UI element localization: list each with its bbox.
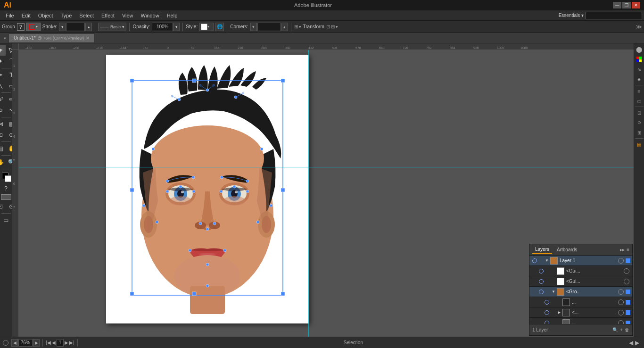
corners-input[interactable] [257,23,281,31]
pathfinder-panel-btn[interactable]: ⊞ [635,128,644,137]
screen-mode-btn[interactable]: ▭ [1,215,11,225]
magic-wand-tool[interactable]: ✦ [0,56,6,66]
layers-search-btn[interactable]: 🔍 [612,327,618,332]
layer-row-sub1[interactable]: ... [529,297,632,307]
zoom-decrement[interactable]: ◀ [11,339,18,347]
globe-icon[interactable]: 🌐 [215,23,224,31]
layer-arrow-layer1[interactable]: ▼ [545,257,549,264]
opacity-dropdown[interactable]: ▾ [173,23,180,31]
selection-tool[interactable] [0,45,6,56]
minimize-button[interactable]: — [613,2,621,8]
brush-dropdown[interactable]: ——Basic▾ [98,23,126,31]
snap-controls[interactable]: ⊞ ▾ [294,24,301,29]
layers-toggle-btn[interactable]: ▤ [635,140,644,149]
layer-target-sub1[interactable] [618,299,624,305]
transform-panel-btn[interactable]: ⊙ [635,118,644,127]
layer-visibility-gui1[interactable] [538,268,545,274]
appearance-panel-btn[interactable]: ▭ [635,97,644,105]
layer-row-gui2[interactable]: <Gui... [529,276,632,287]
transform-label[interactable]: Transform [303,24,324,29]
layer-row-group[interactable]: ▼ <Gro... [529,287,632,297]
layer-row-sub2[interactable]: ▶ <... [529,307,632,318]
layer-target-sub2[interactable] [618,310,624,315]
brushes-panel-btn[interactable]: ∿ [635,65,644,74]
menu-file[interactable]: File [2,12,18,19]
corners-decrement[interactable]: ▾ [250,23,257,31]
layer-target-sub3[interactable] [618,320,624,324]
layer-visibility-group[interactable] [538,289,545,295]
layer-visibility-sub3[interactable] [544,320,550,324]
layers-expand-btn[interactable]: ▸▸ [620,247,625,252]
menu-type[interactable]: Type [57,12,76,19]
workspace-dropdown[interactable]: Essentials ▾ [559,13,584,18]
menu-edit[interactable]: Edit [18,12,34,19]
additional-tool-1[interactable]: ⊡ [0,201,6,212]
layer-row-sub3[interactable]: ... [529,318,632,324]
control-bar-expand[interactable]: ≫ [636,24,642,30]
help-tool[interactable]: ? [1,183,11,194]
layers-menu-btn[interactable]: ≡ [627,247,629,252]
paintbrush-tool[interactable]: 🖌 [0,94,6,105]
align-panel-btn[interactable]: ⊡ [635,108,644,117]
page-prev[interactable]: ◀ [52,340,56,345]
close-button[interactable]: ✕ [632,2,640,8]
panel-toggle[interactable]: « [2,33,8,43]
page-next[interactable]: ▶ [65,340,68,345]
status-scroll-left[interactable]: ◀ [629,340,633,346]
layer-target-layer1[interactable] [618,258,624,264]
zoom-increment[interactable]: ▶ [33,339,40,347]
stroke-color[interactable] [5,175,11,182]
layer-visibility-sub1[interactable] [544,299,550,306]
corners-increment[interactable]: ▴ [281,23,288,31]
layer-target-group[interactable] [618,289,624,295]
symbols-panel-btn[interactable]: ♣ [635,75,644,83]
stroke-decrement[interactable]: ▾ [59,23,66,31]
blend-tool[interactable]: ⋈ [0,119,6,129]
color-panel-btn[interactable]: ⬤ [635,45,644,54]
layer-row-layer1[interactable]: ▼ Layer 1 [529,256,632,266]
menu-effect[interactable]: Effect [98,12,118,19]
pen-tool[interactable]: ✒ [0,70,6,80]
hand-tool[interactable]: ✋ [0,157,6,167]
layer-target-gui1[interactable] [624,268,629,274]
style-swatch[interactable]: ▾ [199,23,214,31]
page-last[interactable]: ▶| [69,340,74,345]
layers-add-btn[interactable]: + [620,327,623,332]
menu-help[interactable]: Help [163,12,182,19]
document-tab[interactable]: Untitled-1* @ 76% (CMYK/Preview) ✕ [8,33,95,43]
swatches-panel-btn[interactable] [635,55,644,64]
layer-row-gui1[interactable]: <Gui... [529,266,632,276]
stroke-panel-btn[interactable]: ≡ [635,87,644,95]
opacity-input[interactable] [152,23,173,31]
stroke-value-input[interactable] [66,23,85,31]
page-first[interactable]: |◀ [46,340,51,345]
draw-mode-normal[interactable] [1,194,11,200]
artboards-tab[interactable]: Artboards [554,246,580,253]
rotate-tool[interactable]: ↻ [0,105,6,116]
canvas-viewport[interactable]: Layers Artboards ▸▸ ≡ ▼ [19,50,634,337]
layer-target-gui2[interactable] [624,279,629,284]
menu-window[interactable]: Window [137,12,163,19]
status-record-btn[interactable] [3,340,8,346]
page-number[interactable]: 1 [57,339,64,347]
tab-close-button[interactable]: ✕ [86,36,90,41]
restore-button[interactable]: ❐ [622,2,631,8]
help-icon[interactable]: ? [17,23,25,31]
stroke-increment[interactable]: ▴ [85,23,92,31]
layer-visibility-gui2[interactable] [538,278,545,285]
menu-object[interactable]: Object [34,12,57,19]
layer-arrow-group[interactable]: ▼ [551,289,556,295]
stroke-color-swatch[interactable]: ▾ [26,23,41,31]
column-graph-tool[interactable]: ▤ [0,143,6,154]
status-scroll-right[interactable]: ▶ [635,340,639,346]
layer-visibility-sub2[interactable] [544,309,550,316]
search-input[interactable] [586,12,642,19]
menu-select[interactable]: Select [75,12,98,19]
zoom-control[interactable]: ◀ 76% ▶ [11,339,40,347]
menu-view[interactable]: View [118,12,137,19]
transform-controls[interactable]: ⊡ ⊟ ▾ [326,24,338,29]
layers-tab[interactable]: Layers [532,246,552,254]
free-transform-tool[interactable]: ⊡ [0,130,6,140]
layers-delete-btn[interactable]: 🗑 [625,327,629,332]
line-tool[interactable]: ╲ [0,81,6,91]
